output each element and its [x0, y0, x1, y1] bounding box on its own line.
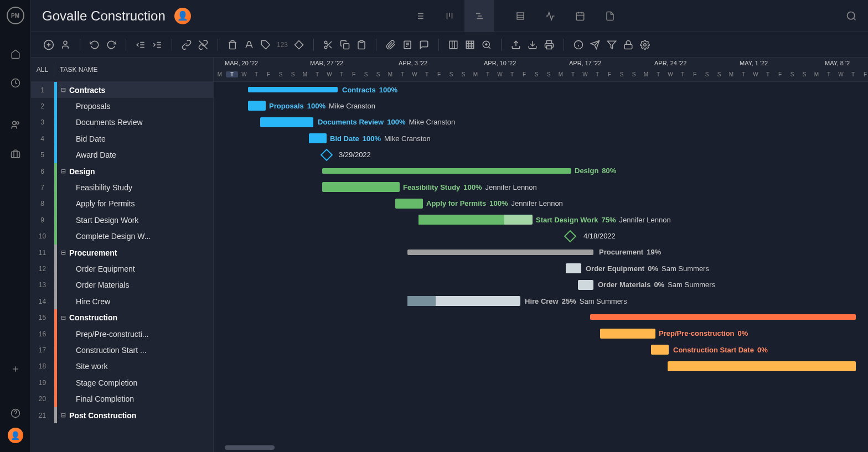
view-activity-icon[interactable] [535, 0, 565, 32]
task-row[interactable]: 11 ⊟ Procurement [31, 245, 213, 261]
grid-icon[interactable] [462, 37, 478, 53]
task-row[interactable]: 6 ⊟ Design [31, 163, 213, 179]
print-icon[interactable] [541, 37, 557, 53]
export-icon[interactable] [525, 37, 540, 53]
gantt-task-bar[interactable] [248, 101, 266, 111]
gantt-task-bar[interactable] [566, 263, 581, 273]
zoom-icon[interactable] [479, 37, 494, 53]
paste-icon[interactable] [354, 37, 369, 53]
attachment-icon[interactable] [383, 37, 399, 53]
gantt-task-bar[interactable] [309, 133, 327, 143]
project-avatar[interactable]: 👤 [174, 8, 191, 24]
gantt-row: Contracts100% [214, 82, 868, 98]
filter-icon[interactable] [604, 37, 619, 53]
task-row[interactable]: 1 ⊟ Contracts [31, 82, 213, 98]
gantt-task-bar[interactable] [600, 329, 655, 339]
gantt-milestone[interactable] [564, 230, 577, 242]
column-task-name[interactable]: TASK NAME [54, 66, 213, 74]
task-row[interactable]: 17 Construction Start ... [31, 342, 213, 358]
task-row[interactable]: 12 Order Equipment [31, 261, 213, 277]
gantt-task-bar[interactable] [651, 345, 669, 355]
task-row[interactable]: 15 ⊟ Construction [31, 309, 213, 325]
gantt-task-bar[interactable] [578, 280, 593, 290]
horizontal-scrollbar[interactable] [225, 445, 275, 450]
recent-icon[interactable] [9, 76, 22, 90]
task-row[interactable]: 10 Complete Design W... [31, 228, 213, 245]
task-row[interactable]: 16 Prep/Pre-constructi... [31, 326, 213, 342]
team-icon[interactable] [9, 118, 22, 132]
view-gantt-icon[interactable] [464, 0, 494, 32]
app-logo[interactable]: PM [7, 7, 24, 24]
collapse-icon[interactable]: ⊟ [58, 314, 68, 321]
indent-icon[interactable] [149, 37, 165, 53]
gantt-task-bar[interactable] [322, 182, 400, 192]
home-icon[interactable] [9, 48, 22, 61]
help-icon[interactable] [9, 407, 22, 420]
task-row[interactable]: 8 Apply for Permits [31, 196, 213, 212]
link-icon[interactable] [179, 37, 194, 53]
column-all[interactable]: ALL [31, 64, 54, 76]
collapse-icon[interactable]: ⊟ [58, 168, 68, 175]
collapse-icon[interactable]: ⊟ [58, 86, 68, 93]
notes-icon[interactable] [400, 37, 415, 53]
day-label: T [652, 71, 664, 77]
task-row[interactable]: 9 Start Design Work [31, 212, 213, 228]
unlink-icon[interactable] [195, 37, 211, 53]
import-icon[interactable] [508, 37, 524, 53]
task-row[interactable]: 13 Order Materials [31, 277, 213, 293]
gantt-group-bar[interactable] [322, 168, 571, 174]
columns-icon[interactable] [446, 37, 461, 53]
add-icon[interactable] [9, 362, 22, 376]
gantt-task-bar[interactable] [395, 199, 423, 209]
task-row[interactable]: 3 Documents Review [31, 115, 213, 131]
task-row[interactable]: 14 Hire Crew [31, 293, 213, 309]
search-icon[interactable] [846, 11, 857, 22]
gantt-chart[interactable]: MAR, 20 '22MAR, 27 '22APR, 3 '22APR, 10 … [214, 58, 868, 452]
toolbar: 123 [31, 32, 868, 58]
info-icon[interactable] [571, 37, 586, 53]
gantt-bar-label: Proposals100%Mike Cranston [269, 101, 375, 111]
user-avatar[interactable]: 👤 [8, 428, 23, 443]
task-row[interactable]: 2 Proposals [31, 98, 213, 114]
gantt-group-bar[interactable] [248, 87, 338, 92]
week-label: MAR, 20 '22 [225, 60, 258, 66]
copy-icon[interactable] [337, 37, 353, 53]
task-row[interactable]: 19 Stage Completion [31, 375, 213, 391]
view-calendar-icon[interactable] [565, 0, 595, 32]
view-files-icon[interactable] [595, 0, 625, 32]
text-color-icon[interactable] [241, 37, 257, 53]
gantt-task-bar[interactable] [668, 361, 856, 371]
priority-icon[interactable] [291, 37, 307, 53]
collapse-icon[interactable]: ⊟ [58, 249, 68, 256]
undo-icon[interactable] [87, 37, 102, 53]
gantt-task-bar[interactable] [407, 296, 520, 306]
delete-icon[interactable] [225, 37, 240, 53]
view-board-icon[interactable] [435, 0, 464, 32]
task-row[interactable]: 4 Bid Date [31, 131, 213, 147]
gantt-group-bar[interactable] [407, 250, 593, 255]
comments-icon[interactable] [416, 37, 432, 53]
task-row[interactable]: 20 Final Completion [31, 391, 213, 407]
cut-icon[interactable] [321, 37, 336, 53]
portfolio-icon[interactable] [9, 147, 22, 160]
settings-icon[interactable] [637, 37, 653, 53]
add-task-icon[interactable] [41, 37, 56, 53]
gantt-bar-label: Hire Crew25%Sam Summers [525, 296, 627, 306]
task-row[interactable]: 5 Award Date [31, 147, 213, 163]
task-row[interactable]: 7 Feasibility Study [31, 179, 213, 195]
outdent-icon[interactable] [133, 37, 148, 53]
task-row[interactable]: 18 Site work [31, 359, 213, 375]
task-row[interactable]: 21 ⊟ Post Construction [31, 407, 213, 423]
gantt-task-bar[interactable] [260, 117, 313, 127]
view-sheet-icon[interactable] [505, 0, 535, 32]
gantt-task-bar[interactable] [418, 215, 533, 225]
view-list-icon[interactable] [405, 0, 435, 32]
send-icon[interactable] [587, 37, 603, 53]
gantt-milestone[interactable] [321, 148, 333, 161]
tag-icon[interactable] [258, 37, 273, 53]
lock-icon[interactable] [621, 37, 636, 53]
redo-icon[interactable] [104, 37, 119, 53]
collapse-icon[interactable]: ⊟ [58, 412, 68, 419]
assign-icon[interactable] [58, 37, 73, 53]
gantt-group-bar[interactable] [590, 314, 856, 320]
